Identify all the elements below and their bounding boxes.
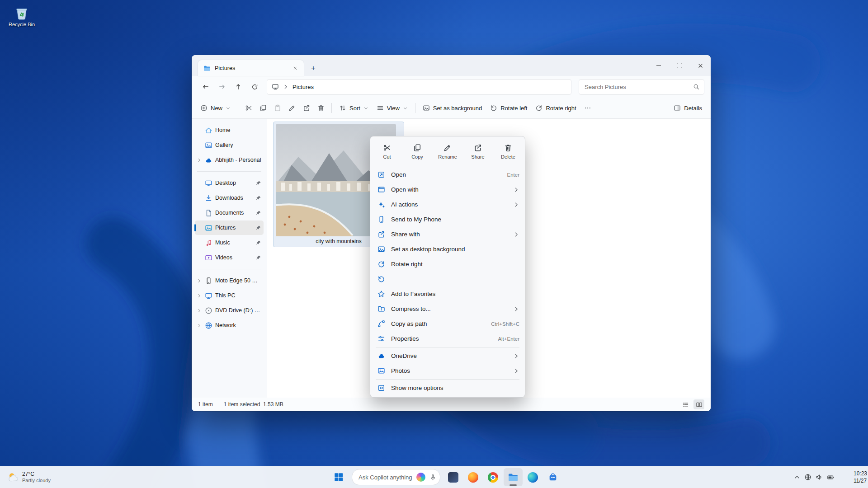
sort-button[interactable]: Sort: [335, 100, 373, 116]
sidebar-item-network[interactable]: Network: [195, 318, 264, 333]
taskbar-app-firefox[interactable]: [464, 468, 483, 486]
volume-icon[interactable]: [816, 474, 823, 481]
menu-item-ai-actions[interactable]: AI actions: [372, 197, 523, 212]
menu-item-add-to-favorites[interactable]: Add to Favorites: [372, 286, 523, 301]
sidebar-item-dvd-drive[interactable]: DVD Drive (D:) CCC: [195, 303, 264, 318]
clock-time: 10:23: [854, 470, 867, 477]
back-button[interactable]: [198, 79, 213, 94]
maximize-button[interactable]: [669, 55, 690, 76]
quick-cut-button[interactable]: Cut: [373, 140, 401, 162]
sidebar-item-downloads[interactable]: Downloads: [195, 191, 264, 205]
context-menu-quick-actions: Cut Copy Rename Share Delete: [372, 138, 523, 165]
quick-rename-button[interactable]: Rename: [434, 140, 462, 162]
refresh-button[interactable]: [247, 79, 262, 94]
breadcrumb[interactable]: Pictures: [292, 84, 314, 90]
view-button[interactable]: View: [373, 100, 412, 116]
new-button[interactable]: New: [196, 100, 235, 116]
menu-item-rotate-left[interactable]: [372, 272, 523, 286]
set-as-background-button[interactable]: Set as background: [419, 100, 486, 116]
battery-icon[interactable]: [827, 474, 835, 481]
taskbar-weather-widget[interactable]: 27°C Partly cloudy: [4, 466, 54, 488]
sidebar-item-this-pc[interactable]: This PC: [195, 288, 264, 303]
chevron-right-icon[interactable]: [283, 84, 289, 90]
paste-button[interactable]: [270, 100, 285, 116]
sidebar-item-videos[interactable]: Videos: [195, 250, 264, 265]
window-controls: [648, 55, 711, 76]
minimize-button[interactable]: [648, 55, 669, 76]
large-icons-view-toggle[interactable]: [693, 399, 704, 409]
menu-item-set-as-desktop-background[interactable]: Set as desktop background: [372, 242, 523, 257]
quick-copy-button[interactable]: Copy: [403, 140, 431, 162]
menu-item-rotate-right[interactable]: Rotate right: [372, 257, 523, 272]
menu-item-copy-as-path[interactable]: Copy as path Ctrl+Shift+C: [372, 316, 523, 331]
sidebar-item-gallery[interactable]: Gallery: [195, 138, 264, 152]
quick-share-button[interactable]: Share: [464, 140, 492, 162]
menu-item-compress-to[interactable]: Compress to...: [372, 301, 523, 316]
taskbar-app-store[interactable]: [543, 468, 562, 486]
sidebar-item-music[interactable]: Music: [195, 235, 264, 250]
menu-item-send-to-my-phone[interactable]: Send to My Phone: [372, 212, 523, 227]
recycle-bin-label: Recycle Bin: [5, 22, 38, 27]
app-icon-dark: [448, 472, 458, 483]
sidebar-item-label: Downloads: [215, 195, 253, 201]
share-button[interactable]: [299, 100, 314, 116]
document-icon: [205, 209, 212, 217]
menu-item-label: Rotate right: [391, 261, 519, 267]
sidebar-item-moto-edge-phone[interactable]: Moto Edge 50 Neo: [195, 273, 264, 288]
network-icon[interactable]: [804, 474, 811, 481]
sidebar-item-documents[interactable]: Documents: [195, 206, 264, 220]
search-icon[interactable]: [693, 84, 699, 90]
copy-icon: [413, 144, 421, 152]
menu-item-share-with[interactable]: Share with: [372, 227, 523, 242]
taskbar-app-dark[interactable]: [444, 468, 463, 486]
menu-item-show-more-options[interactable]: Show more options: [372, 380, 523, 395]
rotate-right-icon: [377, 260, 385, 268]
up-button[interactable]: [231, 79, 246, 94]
expand-chevron-icon[interactable]: [196, 157, 202, 163]
sidebar-item-onedrive-personal[interactable]: Abhijith - Personal: [195, 153, 264, 167]
details-view-toggle[interactable]: [680, 399, 691, 409]
menu-item-open[interactable]: Open Enter: [372, 167, 523, 182]
set-as-background-label: Set as background: [433, 105, 482, 112]
microphone-icon[interactable]: [429, 474, 436, 481]
expand-chevron-icon[interactable]: [196, 293, 202, 299]
delete-button[interactable]: [314, 100, 328, 116]
expand-chevron-icon[interactable]: [196, 308, 202, 314]
recycle-bin-shortcut[interactable]: Recycle Bin: [5, 5, 38, 27]
rename-button[interactable]: [285, 100, 299, 116]
taskbar-clock[interactable]: 10:23 11/27: [854, 470, 867, 484]
taskbar-app-file-explorer[interactable]: [504, 468, 523, 486]
onedrive-cloud-icon: [205, 156, 212, 164]
menu-item-properties[interactable]: Properties Alt+Enter: [372, 331, 523, 346]
copilot-search-box[interactable]: Ask Copilot anything: [352, 469, 440, 485]
menu-item-photos[interactable]: Photos: [372, 363, 523, 378]
close-window-button[interactable]: [690, 55, 711, 76]
taskbar-app-edge[interactable]: [524, 468, 542, 486]
taskbar-app-chrome[interactable]: [484, 468, 503, 486]
details-pane-button[interactable]: Details: [670, 100, 706, 116]
rotate-left-button[interactable]: Rotate left: [486, 100, 531, 116]
cut-button[interactable]: [241, 100, 256, 116]
hidden-icons-chevron-icon[interactable]: [794, 474, 800, 480]
sidebar-item-desktop[interactable]: Desktop: [195, 176, 264, 190]
more-options-button[interactable]: [580, 100, 595, 116]
ai-sparkle-icon: [377, 201, 385, 208]
address-bar[interactable]: Pictures: [267, 79, 571, 95]
quick-delete-button[interactable]: Delete: [494, 140, 522, 162]
menu-item-onedrive[interactable]: OneDrive: [372, 348, 523, 363]
explorer-tab-pictures[interactable]: Pictures: [198, 60, 304, 76]
rotate-right-button[interactable]: Rotate right: [531, 100, 580, 116]
sidebar-item-home[interactable]: Home: [195, 123, 264, 137]
tab-close-button[interactable]: [290, 63, 300, 73]
navigation-pane: Home Gallery Abhijith - Personal Desktop: [192, 119, 267, 398]
search-input[interactable]: [584, 83, 689, 91]
expand-chevron-icon[interactable]: [196, 278, 202, 284]
start-button[interactable]: [329, 468, 348, 486]
weather-sun-cloud-icon: [7, 471, 19, 483]
menu-item-open-with[interactable]: Open with: [372, 182, 523, 197]
forward-button[interactable]: [214, 79, 230, 94]
sidebar-item-pictures[interactable]: Pictures: [195, 221, 264, 235]
expand-chevron-icon[interactable]: [196, 323, 202, 328]
new-tab-button[interactable]: +: [307, 61, 320, 75]
copy-button[interactable]: [256, 100, 270, 116]
